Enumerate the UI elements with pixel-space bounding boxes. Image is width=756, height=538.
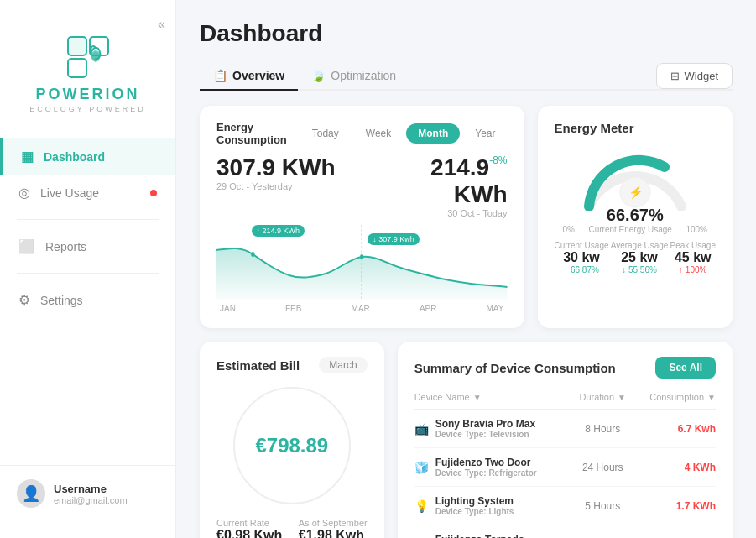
widget-icon: ⊞ bbox=[670, 70, 680, 82]
overview-tab-label: Overview bbox=[232, 69, 284, 82]
see-all-button[interactable]: See All bbox=[655, 357, 716, 379]
sidebar-item-reports[interactable]: ⬜ Reports bbox=[0, 228, 175, 264]
device-duration: 24 Hours bbox=[565, 462, 640, 473]
filter-icon-name[interactable]: ▼ bbox=[473, 393, 482, 402]
svg-point-6 bbox=[360, 254, 363, 259]
tab-optimization[interactable]: 🍃 Optimization bbox=[298, 62, 409, 91]
rate-current: Current Rate €0.98 Kwh ↓ 50.51% bbox=[216, 518, 282, 538]
widget-button[interactable]: ⊞ Widget bbox=[656, 63, 733, 89]
sidebar-label-dashboard: Dashboard bbox=[44, 150, 105, 164]
chart-label-mar: MAR bbox=[352, 304, 370, 313]
bottom-row: Estimated Bill March €798.89 Current Rat… bbox=[200, 342, 733, 538]
energy-right-date: 30 Oct - Today bbox=[388, 208, 508, 218]
dashboard-icon: ▦ bbox=[21, 149, 34, 165]
device-consumption-value: 6.7 Kwh bbox=[640, 423, 716, 435]
device-name-cell: 🫧 Fujidenzo Tornado Device Type: Washing… bbox=[414, 534, 566, 538]
settings-icon: ⚙ bbox=[18, 292, 30, 308]
tabs-bar: 📋 Overview 🍃 Optimization ⊞ Widget bbox=[200, 62, 733, 91]
gauge-container: ⚡ bbox=[555, 144, 717, 211]
live-usage-dot bbox=[150, 190, 157, 196]
sidebar: « POWERION ECOLOGY POWERED ▦ Dashboard ◎… bbox=[0, 0, 176, 538]
sidebar-item-live-usage[interactable]: ◎ Live Usage bbox=[0, 175, 175, 211]
stat-current-label: Current Usage bbox=[555, 241, 609, 250]
chart-area: ↑ 214.9 KWh ↓ 307.9 Kwh bbox=[216, 225, 508, 300]
logo-icon bbox=[65, 34, 112, 81]
energy-left-date: 29 Oct - Yesterday bbox=[216, 181, 336, 191]
tab-overview[interactable]: 📋 Overview bbox=[200, 62, 298, 91]
user-info: Username email@gmail.com bbox=[54, 483, 128, 505]
time-week[interactable]: Week bbox=[354, 123, 403, 144]
optimization-tab-label: Optimization bbox=[331, 69, 396, 82]
time-year[interactable]: Year bbox=[463, 123, 507, 144]
sidebar-divider-2 bbox=[17, 273, 159, 274]
rate-asof: As of September €1.98 Kwh ↑ 55.56% bbox=[299, 518, 368, 538]
stat-peak: Peak Usage 45 kw ↑ 100% bbox=[670, 241, 716, 274]
email: email@gmail.com bbox=[54, 495, 128, 505]
filter-icon-duration[interactable]: ▼ bbox=[618, 393, 626, 402]
device-header: Summary of Device Consumption See All bbox=[414, 357, 716, 379]
reports-icon: ⬜ bbox=[18, 238, 35, 254]
consumption-header: Energy Consumption Today Week Month Year bbox=[216, 121, 508, 146]
energy-consumption-card: Energy Consumption Today Week Month Year… bbox=[200, 106, 524, 328]
time-today[interactable]: Today bbox=[300, 123, 351, 144]
main-content: Dashboard 📋 Overview 🍃 Optimization ⊞ Wi… bbox=[176, 0, 756, 538]
svg-text:⚡: ⚡ bbox=[628, 185, 643, 200]
col-device-name: Device Name ▼ bbox=[414, 392, 566, 402]
chart-tooltip-2: ↓ 307.9 Kwh bbox=[368, 233, 420, 245]
live-usage-icon: ◎ bbox=[18, 185, 30, 201]
estimated-bill-card: Estimated Bill March €798.89 Current Rat… bbox=[200, 342, 384, 538]
sidebar-label-settings: Settings bbox=[40, 294, 83, 307]
table-row: 🧊 Fujidenzo Two Door Device Type: Refrig… bbox=[414, 448, 716, 487]
device-icon: 💡 bbox=[414, 499, 429, 513]
bill-amount: €798.89 bbox=[255, 434, 328, 457]
overview-tab-icon: 📋 bbox=[213, 69, 227, 82]
device-name-label: Fujidenzo Two Door bbox=[435, 457, 537, 468]
stat-peak-value: 45 kw bbox=[670, 250, 716, 265]
device-table-header: Device Name ▼ Duration ▼ Consumption ▼ bbox=[414, 389, 716, 410]
sidebar-toggle[interactable]: « bbox=[158, 17, 165, 32]
device-name-label: Sony Bravia Pro Max bbox=[435, 418, 535, 430]
sidebar-item-settings[interactable]: ⚙ Settings bbox=[0, 282, 175, 318]
device-name-cell: 📺 Sony Bravia Pro Max Device Type: Telev… bbox=[414, 418, 566, 439]
chart-tooltip-1: ↑ 214.9 KWh bbox=[252, 225, 305, 237]
energy-change: -8% bbox=[489, 154, 507, 166]
rate-asof-value: €1.98 Kwh bbox=[299, 528, 368, 538]
energy-left: 307.9 KWh 29 Oct - Yesterday bbox=[216, 154, 336, 191]
cards-row-top: Energy Consumption Today Week Month Year… bbox=[200, 106, 733, 328]
optimization-tab-icon: 🍃 bbox=[311, 69, 326, 82]
device-name-label: Lighting System bbox=[435, 495, 514, 507]
chart-label-feb: FEB bbox=[285, 304, 301, 313]
stat-avg-value: 25 kw bbox=[611, 250, 669, 265]
sidebar-label-live-usage: Live Usage bbox=[40, 186, 99, 200]
gauge-max: 100% bbox=[686, 225, 707, 234]
rate-current-label: Current Rate bbox=[216, 518, 282, 528]
sidebar-label-reports: Reports bbox=[45, 240, 86, 253]
filter-icon-consumption[interactable]: ▼ bbox=[707, 393, 716, 402]
energy-right: -8% 214.9 KWh 30 Oct - Today bbox=[388, 154, 508, 218]
time-month[interactable]: Month bbox=[406, 123, 460, 144]
stat-current: Current Usage 30 kw ↑ 66.87% bbox=[555, 241, 609, 274]
time-filters: Today Week Month Year bbox=[300, 123, 508, 144]
device-type: Device Type: Lights bbox=[435, 507, 514, 516]
consumption-title: Energy Consumption bbox=[216, 121, 300, 146]
device-icon: 🧊 bbox=[414, 461, 429, 474]
device-title: Summary of Device Consumption bbox=[414, 361, 616, 375]
logo-tagline: ECOLOGY POWERED bbox=[29, 105, 145, 113]
device-consumption-value: 4 KWh bbox=[640, 462, 716, 473]
device-icon: 📺 bbox=[414, 422, 429, 436]
bill-circle: €798.89 bbox=[233, 387, 351, 504]
bill-header: Estimated Bill March bbox=[216, 357, 368, 373]
meter-title: Energy Meter bbox=[555, 121, 717, 135]
stat-average: Average Usage 25 kw ↓ 55.56% bbox=[611, 241, 669, 274]
device-rows: 📺 Sony Bravia Pro Max Device Type: Telev… bbox=[414, 410, 716, 538]
stat-peak-sub: ↑ 100% bbox=[670, 265, 716, 274]
gauge-labels: 0% Current Energy Usage 100% bbox=[555, 225, 717, 234]
avatar: 👤 bbox=[17, 479, 45, 508]
chart-label-jan: JAN bbox=[220, 304, 236, 313]
table-row: 💡 Lighting System Device Type: Lights 5 … bbox=[414, 487, 716, 525]
svg-point-5 bbox=[251, 252, 254, 257]
sidebar-item-dashboard[interactable]: ▦ Dashboard bbox=[0, 138, 175, 175]
energy-values: 307.9 KWh 29 Oct - Yesterday -8% 214.9 K… bbox=[216, 154, 508, 218]
bill-rates: Current Rate €0.98 Kwh ↓ 50.51% As of Se… bbox=[216, 518, 368, 538]
gauge-svg: ⚡ bbox=[576, 144, 694, 211]
